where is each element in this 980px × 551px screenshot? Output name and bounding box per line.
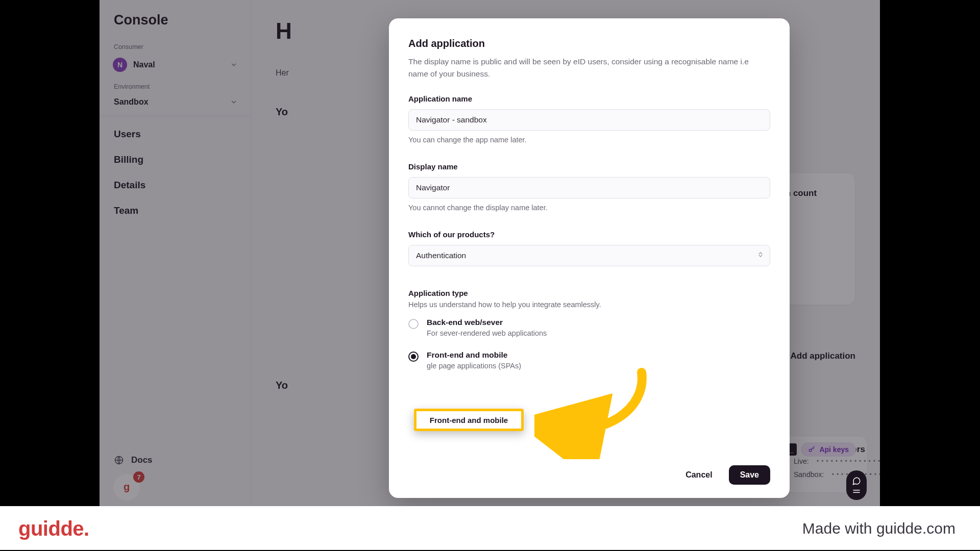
display-name-input[interactable]: [408, 177, 770, 198]
modal-description: The display name is public and will be s…: [408, 56, 755, 80]
app-name-input[interactable]: [408, 109, 770, 131]
products-select[interactable]: Authentication: [408, 245, 770, 266]
app-name-hint: You can change the app name later.: [408, 136, 770, 144]
app-type-hint: Helps us understand how to help you inte…: [408, 300, 770, 309]
app-type-option-frontend-title: Front-end and mobile: [427, 350, 521, 360]
cancel-button[interactable]: Cancel: [678, 465, 719, 485]
app-viewport: Console Consumer N Naval Environment San…: [100, 0, 880, 506]
app-type-option-backend-title: Back-end web/sever: [427, 318, 547, 327]
modal-title: Add application: [408, 38, 770, 49]
app-type-label: Application type: [408, 289, 770, 297]
callout-highlight: Front-end and mobile: [414, 409, 524, 431]
guidde-logo: guidde.: [18, 517, 89, 540]
display-name-hint: You cannot change the display name later…: [408, 204, 770, 212]
products-label: Which of our products?: [408, 230, 770, 239]
display-name-label: Display name: [408, 162, 770, 171]
app-name-label: Application name: [408, 94, 770, 103]
guidde-banner: guidde. Made with guidde.com: [0, 506, 980, 551]
guidde-tagline: Made with guidde.com: [802, 520, 955, 537]
app-type-option-frontend[interactable]: Front-end and mobile gle page applicatio…: [408, 350, 770, 370]
select-caret-icon: [757, 251, 764, 260]
chat-widget[interactable]: [846, 470, 867, 500]
app-type-option-backend[interactable]: Back-end web/sever For sever-rendered we…: [408, 318, 770, 337]
save-button[interactable]: Save: [729, 465, 770, 485]
radio-icon-checked: [408, 352, 419, 362]
products-selected-value: Authentication: [416, 251, 466, 260]
app-type-option-backend-sub: For sever-rendered web applications: [427, 329, 547, 337]
radio-icon: [408, 319, 419, 329]
app-type-option-frontend-sub-partial: gle page applications (SPAs): [427, 362, 521, 370]
